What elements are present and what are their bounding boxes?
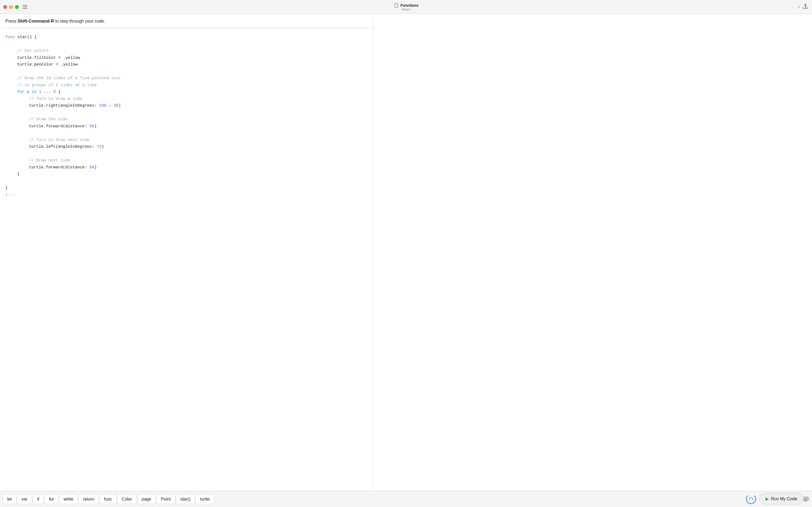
info-bar: Press Shift-Command-R to step through yo…	[0, 14, 373, 28]
code-line-blank5	[5, 150, 368, 157]
keyword-func[interactable]: func	[99, 494, 117, 504]
keyword-page[interactable]: page	[137, 494, 156, 504]
window-title: Functions	[401, 3, 419, 7]
code-line-comment3: // in groups of 2 sides at a time	[5, 82, 368, 89]
svg-rect-2	[22, 8, 27, 9]
code-line-comment1: // Set colors	[5, 48, 368, 55]
code-line-blank1	[5, 41, 368, 48]
code-line-forward1: turtle.forward(distance: 50)	[5, 123, 368, 130]
keyword-while[interactable]: while	[59, 494, 78, 504]
canvas-panel	[373, 14, 812, 491]
code-line-blank3	[5, 109, 368, 116]
svg-rect-0	[22, 5, 27, 6]
code-line-close-func: }	[5, 184, 368, 191]
keyword-var[interactable]: var	[17, 494, 32, 504]
collapse-text: }···	[5, 192, 14, 197]
code-line-blank2	[5, 68, 368, 75]
bottom-toolbar: let var if for while return func Color p…	[0, 491, 812, 507]
code-line-left: turtle.left(angleInDegrees: 72)	[5, 144, 368, 150]
forward-button[interactable]: ›	[796, 3, 801, 11]
title-section: 📋 Functions Sketch	[394, 3, 419, 11]
app-icon: 📋	[394, 3, 399, 8]
keyword-buttons: let var if for while return func Color p…	[0, 494, 800, 504]
back-button[interactable]: ‹	[790, 3, 795, 11]
keyword-turtle[interactable]: turtle	[195, 494, 214, 504]
code-line-comment2: // Draw the 10 sides of a five pointed s…	[5, 75, 368, 82]
keyword-color[interactable]: Color	[117, 494, 136, 504]
run-button[interactable]: ▶ Run My Code	[759, 493, 803, 504]
minimize-button[interactable]	[9, 5, 13, 9]
keyword-point[interactable]: Point	[156, 494, 175, 504]
keyword-let[interactable]: let	[3, 494, 16, 504]
title-bar: 📋 Functions Sketch ‹ › +	[0, 0, 812, 14]
code-area[interactable]: func star() { // Set colors turtle.fillC…	[0, 31, 373, 491]
press-text: Press	[5, 19, 17, 23]
window-subtitle: Sketch	[401, 8, 411, 11]
keyword-return[interactable]: return	[78, 494, 99, 504]
code-block: func star() { // Set colors turtle.fillC…	[0, 34, 373, 191]
collapse-indicator[interactable]: }···	[0, 191, 20, 198]
svg-rect-1	[22, 7, 27, 7]
divider	[5, 28, 368, 29]
code-line-right: turtle.right(angleInDegrees: 180 – 36)	[5, 102, 368, 109]
info-text: Press Shift-Command-R to step through yo…	[5, 18, 368, 24]
keyword-if[interactable]: if	[33, 494, 44, 504]
keyword-for[interactable]: for	[44, 494, 59, 504]
code-line-for: for i in 1 ... 5 {	[5, 89, 368, 96]
play-icon: ▶	[765, 496, 769, 501]
code-line-fillcolor: turtle.fillColor = .yellow	[5, 55, 368, 61]
maximize-button[interactable]	[15, 5, 19, 9]
close-button[interactable]	[3, 5, 7, 9]
code-line-comment7: // Draw next side	[5, 157, 368, 164]
share-button[interactable]	[803, 3, 808, 10]
code-line-pencolor: turtle.penColor = .yellow	[5, 61, 368, 68]
code-line-blank4	[5, 130, 368, 137]
code-line-blank6	[5, 178, 368, 185]
code-line-forward2: turtle.forward(distance: 50)	[5, 164, 368, 171]
run-section: ▶ Run My Code	[742, 493, 808, 504]
keyword-star[interactable]: star()	[176, 494, 195, 504]
code-line-comment4: // Turn to draw a side	[5, 96, 368, 103]
progress-indicator	[746, 494, 756, 504]
editor-panel: Press Shift-Command-R to step through yo…	[0, 14, 373, 491]
keyword-func: func	[5, 34, 15, 41]
shortcut-text: Shift-Command-R	[17, 19, 54, 23]
code-line-func-decl: func star() {	[5, 34, 368, 41]
after-text: to step through your code.	[54, 19, 105, 23]
traffic-lights	[3, 5, 19, 9]
run-button-label: Run My Code	[771, 497, 797, 501]
title-icon-row: 📋 Functions	[394, 3, 419, 8]
sidebar-toggle-button[interactable]	[22, 5, 27, 9]
code-line-close-for: }	[5, 171, 368, 178]
main-content: Press Shift-Command-R to step through yo…	[0, 14, 812, 491]
progress-inner-ring	[749, 497, 753, 501]
code-line-comment6: // Turn to draw next side	[5, 137, 368, 144]
code-line-comment5: // Draw the side	[5, 116, 368, 123]
